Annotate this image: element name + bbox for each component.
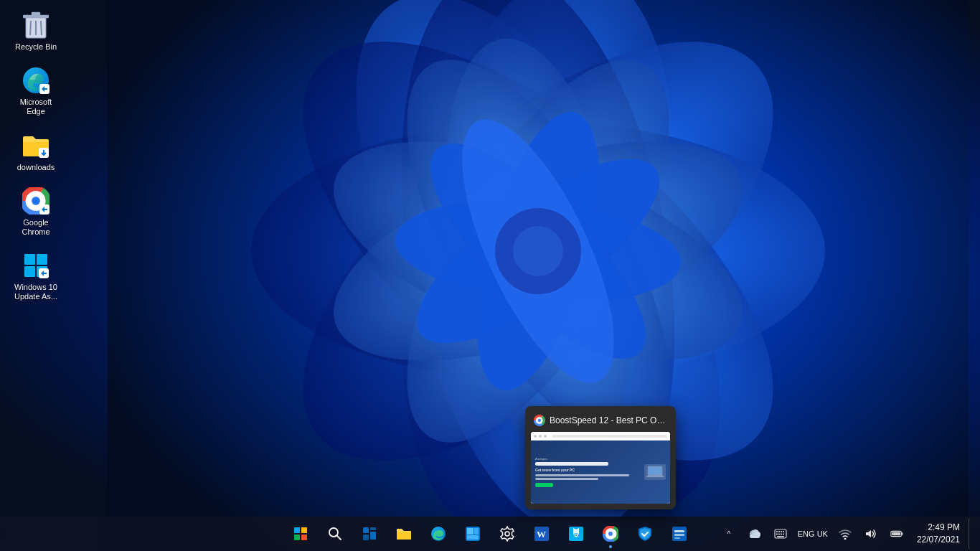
svg-rect-82 (776, 534, 778, 535)
downloads-folder-icon[interactable]: downloads (7, 128, 65, 176)
svg-point-16 (432, 100, 644, 402)
svg-point-68 (608, 532, 613, 536)
edge-label: Microsoft Edge (11, 98, 61, 116)
svg-line-22 (30, 21, 31, 35)
svg-rect-47 (301, 534, 307, 540)
svg-rect-43 (649, 467, 661, 475)
battery-icon[interactable] (885, 522, 908, 545)
svg-point-12 (453, 100, 624, 403)
svg-rect-58 (467, 535, 479, 540)
taskbar-pinned-icons: W (285, 518, 695, 550)
svg-line-24 (41, 21, 42, 35)
desktop: Recycle Bin (0, 0, 980, 551)
folder-image (22, 131, 50, 160)
volume-icon[interactable] (859, 522, 882, 545)
svg-rect-42 (646, 476, 664, 477)
svg-point-87 (844, 538, 846, 540)
svg-rect-51 (370, 527, 376, 530)
google-chrome-icon[interactable]: Google Chrome (7, 183, 65, 240)
language-indicator[interactable]: ENG UK (795, 529, 831, 539)
svg-rect-72 (674, 537, 680, 539)
svg-rect-86 (777, 536, 784, 537)
svg-rect-85 (783, 534, 784, 535)
taskbar-tray: ^ (717, 518, 980, 550)
svg-point-9 (306, 97, 770, 406)
svg-point-59 (505, 532, 509, 536)
maps-button[interactable] (560, 518, 592, 550)
svg-rect-80 (781, 531, 782, 532)
svg-rect-57 (474, 528, 479, 534)
weather-tray-icon[interactable] (743, 522, 766, 545)
settings-button[interactable] (491, 518, 523, 550)
defender-button[interactable] (629, 518, 661, 550)
keyboard-tray-icon[interactable] (769, 522, 792, 545)
svg-point-17 (495, 208, 581, 294)
svg-point-13 (392, 128, 684, 375)
word-button[interactable]: W (526, 518, 557, 550)
windows-image (22, 251, 50, 280)
svg-rect-45 (301, 527, 307, 533)
edge-image (22, 66, 50, 95)
svg-rect-84 (781, 534, 782, 535)
svg-rect-78 (776, 531, 778, 532)
wifi-icon[interactable] (834, 522, 857, 545)
clock-date: 22/07/2021 (917, 534, 960, 546)
svg-rect-76 (750, 534, 760, 538)
start-button[interactable] (285, 518, 316, 550)
svg-rect-34 (37, 254, 47, 265)
search-button[interactable] (319, 518, 351, 550)
microsoft-edge-icon[interactable]: Microsoft Edge (7, 62, 65, 120)
clock-display[interactable]: 2:49 PM 22/07/2021 (911, 519, 966, 549)
svg-rect-44 (294, 527, 300, 533)
recycle-bin-icon[interactable]: Recycle Bin (7, 7, 65, 55)
preview-title: BoostSpeed 12 - Best PC Opti... (550, 415, 667, 425)
preview-chrome-icon (534, 415, 545, 426)
svg-rect-50 (363, 527, 369, 533)
svg-rect-81 (783, 531, 784, 532)
svg-rect-79 (778, 531, 780, 532)
svg-point-65 (575, 534, 577, 536)
chrome-taskbar-button[interactable] (595, 518, 626, 550)
store-button[interactable] (457, 518, 489, 550)
chrome-image (22, 187, 50, 215)
clock-time: 2:49 PM (917, 522, 960, 534)
preview-header: BoostSpeed 12 - Best PC Opti... (531, 412, 670, 432)
chrome-label: Google Chrome (11, 218, 61, 237)
svg-rect-46 (294, 534, 300, 540)
svg-point-15 (401, 114, 675, 388)
windows-update-icon[interactable]: Windows 10 Update As... (7, 248, 65, 305)
svg-rect-89 (902, 532, 903, 535)
recycle-bin-label: Recycle Bin (15, 42, 57, 52)
svg-point-14 (391, 189, 686, 314)
widgets-button[interactable] (354, 518, 385, 550)
svg-text:W: W (537, 529, 546, 540)
taskbar: W (0, 517, 980, 551)
windows-update-label: Windows 10 Update As... (11, 283, 61, 301)
desktop-icons-container: Recycle Bin (7, 7, 65, 306)
svg-rect-83 (778, 534, 780, 535)
svg-rect-70 (674, 530, 684, 532)
svg-point-31 (33, 197, 39, 204)
svg-rect-52 (370, 532, 376, 540)
svg-rect-56 (467, 528, 473, 534)
edge-taskbar-button[interactable] (423, 518, 454, 550)
svg-point-40 (538, 419, 541, 422)
svg-point-18 (513, 226, 563, 276)
language-code: ENG UK (798, 529, 828, 539)
file-explorer-button[interactable] (388, 518, 420, 550)
svg-point-4 (251, 122, 825, 380)
svg-line-49 (337, 536, 341, 540)
svg-rect-33 (24, 254, 35, 265)
svg-point-10 (306, 97, 770, 406)
svg-rect-35 (24, 266, 35, 277)
svg-rect-71 (674, 534, 684, 536)
recycle-bin-image (22, 11, 50, 39)
svg-rect-53 (363, 534, 369, 540)
unknown-app-button[interactable] (664, 518, 695, 550)
downloads-label: downloads (17, 163, 55, 172)
svg-rect-90 (892, 532, 900, 536)
chrome-preview-popup: BoostSpeed 12 - Best PC Opti... Auslogic… (525, 406, 676, 509)
show-desktop-button[interactable] (969, 518, 973, 550)
preview-thumbnail[interactable]: Auslogics Get more from your PC (531, 432, 670, 504)
tray-overflow-button[interactable]: ^ (717, 522, 740, 545)
